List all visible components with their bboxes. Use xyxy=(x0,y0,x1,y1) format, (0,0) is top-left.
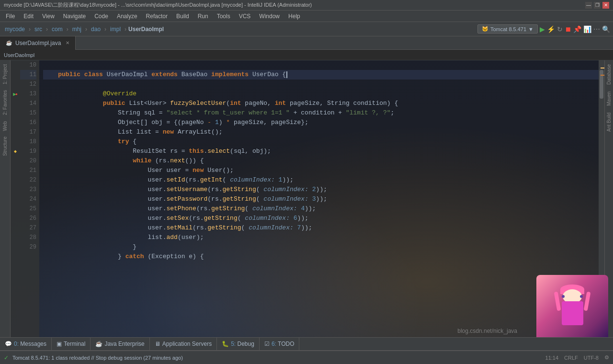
stop-button[interactable]: ⏹ xyxy=(565,25,571,33)
gutter-line-29 xyxy=(11,242,20,252)
code-line-12: @Override xyxy=(43,80,599,89)
code-line-10 xyxy=(43,60,599,70)
tab-close-icon[interactable]: ✕ xyxy=(66,40,69,46)
menu-refactor[interactable]: Refactor xyxy=(142,12,171,21)
menu-view[interactable]: View xyxy=(38,12,58,21)
status-left: ✓ Tomcat 8.5.471: 1 class reloaded // St… xyxy=(4,354,183,361)
line-num-10: 10 xyxy=(20,60,36,70)
nav-userdaoimpl[interactable]: UserDaoImpl xyxy=(128,26,164,33)
tomcat-label: Tomcat 8.5.471 xyxy=(490,26,526,32)
nav-com[interactable]: com xyxy=(50,25,65,34)
gutter-line-16 xyxy=(11,118,20,127)
menu-edit[interactable]: Edit xyxy=(20,12,37,21)
gutter-line-26 xyxy=(11,214,20,223)
code-content[interactable]: public class UserDaoImpl extends BaseDao… xyxy=(39,60,599,337)
bottom-tab-messages-label: 0: Messages xyxy=(14,341,46,347)
sidebar-ant-build[interactable]: Ant Build xyxy=(605,110,613,135)
line-num-29: 29 xyxy=(20,242,36,252)
breakpoint-icon: ● xyxy=(15,92,18,96)
nav-dao[interactable]: dao xyxy=(89,25,102,34)
bottom-tab-app-servers[interactable]: 🖥 Application Servers xyxy=(150,337,217,351)
tab-userdaoimpl[interactable]: ☕ UserDaoImpl.java ✕ xyxy=(0,36,76,50)
breadcrumb-userdaoimpl[interactable]: UserDaoImpl xyxy=(4,52,34,58)
bottom-tab-app-servers-label: Application Servers xyxy=(162,341,212,347)
more-button[interactable]: ⋯ xyxy=(593,25,600,33)
line-num-27: 27 xyxy=(20,223,36,233)
menu-bar: File Edit View Navigate Code Analyze Ref… xyxy=(0,11,613,22)
minimize-button[interactable]: — xyxy=(585,2,592,9)
gutter-line-14 xyxy=(11,99,20,108)
line-num-26: 26 xyxy=(20,214,36,223)
menu-code[interactable]: Code xyxy=(91,12,112,21)
gutter: ▶ ● ◆ xyxy=(11,60,20,337)
sidebar-database[interactable]: Database xyxy=(605,61,613,88)
line-num-16: 16 xyxy=(20,118,36,127)
status-right: 11:14 CRLF UTF-8 ⚙ xyxy=(545,354,609,361)
blog-watermark: blog.csdn.net/nick_java xyxy=(457,328,517,334)
pin-button[interactable]: 📌 xyxy=(573,25,581,33)
menu-tools[interactable]: Tools xyxy=(213,12,234,21)
sidebar-project[interactable]: 1: Project xyxy=(1,62,9,86)
bottom-tab-messages[interactable]: 💬 0: Messages xyxy=(0,337,52,351)
debug-icon: 🐛 xyxy=(222,341,229,347)
menu-build[interactable]: Build xyxy=(172,12,193,21)
scrollbar-thumb[interactable] xyxy=(600,70,603,99)
menu-run[interactable]: Run xyxy=(194,12,212,21)
nav-mycode[interactable]: mycode xyxy=(3,25,27,34)
gutter-line-13: ▶ ● xyxy=(11,89,20,99)
file-breadcrumb: UserDaoImpl xyxy=(0,50,613,60)
line-num-19: 19 xyxy=(20,147,36,156)
gutter-line-19: ◆ xyxy=(11,147,20,156)
nav-src[interactable]: src xyxy=(33,25,44,34)
debug-button[interactable]: ⚡ xyxy=(547,25,555,33)
status-settings-icon[interactable]: ⚙ xyxy=(604,354,609,361)
gutter-line-24 xyxy=(11,194,20,204)
java-enterprise-icon: ☕ xyxy=(95,341,102,347)
status-crlf: CRLF xyxy=(564,355,578,361)
bottom-tab-todo[interactable]: ☑ 6: TODO xyxy=(260,337,300,351)
status-line-col: 11:14 xyxy=(545,355,559,361)
bottom-tab-debug[interactable]: 🐛 5: Debug xyxy=(217,337,260,351)
search-button[interactable]: 🔍 xyxy=(602,25,610,33)
nav-mhj[interactable]: mhj xyxy=(70,25,83,34)
todo-icon: ☑ xyxy=(264,341,270,347)
line-num-13: 13 xyxy=(20,89,36,99)
bottom-tab-terminal[interactable]: ▣ Terminal xyxy=(52,337,91,351)
tab-bar: ☕ UserDaoImpl.java ✕ xyxy=(0,36,613,50)
code-line-11: public class UserDaoImpl extends BaseDao… xyxy=(43,70,599,80)
terminal-icon: ▣ xyxy=(57,341,62,347)
sidebar-maven[interactable]: Maven xyxy=(605,89,613,109)
editor-area: ▶ ● ◆ 10 11 12 13 xyxy=(11,60,604,337)
menu-navigate[interactable]: Navigate xyxy=(59,12,90,21)
coverage-button[interactable]: 📊 xyxy=(583,25,591,33)
close-button[interactable]: ✕ xyxy=(602,2,609,9)
main-layout: 1: Project 2: Favorites Web Structure ▶ … xyxy=(0,60,613,337)
gutter-line-27 xyxy=(11,223,20,233)
gutter-line-10 xyxy=(11,60,20,70)
menu-vcs[interactable]: VCS xyxy=(235,12,255,21)
run-button[interactable]: ▶ xyxy=(540,25,545,33)
line-num-18: 18 xyxy=(20,137,36,147)
left-sidebar: 1: Project 2: Favorites Web Structure xyxy=(0,60,11,337)
line-num-25: 25 xyxy=(20,204,36,214)
maximize-button[interactable]: ❐ xyxy=(594,2,601,9)
reload-button[interactable]: ↻ xyxy=(557,25,563,33)
status-message: Tomcat 8.5.471: 1 class reloaded // Stop… xyxy=(12,355,183,361)
menu-analyze[interactable]: Analyze xyxy=(113,12,141,21)
gutter-line-15 xyxy=(11,108,20,118)
menu-help[interactable]: Help xyxy=(284,12,304,21)
nav-impl[interactable]: impl xyxy=(108,25,123,34)
messages-icon: 💬 xyxy=(5,341,12,347)
tomcat-selector[interactable]: 🐱 Tomcat 8.5.471 ▼ xyxy=(477,24,538,34)
sidebar-web[interactable]: Web xyxy=(1,119,9,133)
line-num-21: 21 xyxy=(20,166,36,175)
menu-window[interactable]: Window xyxy=(255,12,284,21)
line-num-14: 14 xyxy=(20,99,36,108)
line-num-15: 15 xyxy=(20,108,36,118)
bottom-tab-java-enterprise-label: Java Enterprise xyxy=(104,341,144,347)
bottom-tab-java-enterprise[interactable]: ☕ Java Enterprise xyxy=(91,337,149,351)
sidebar-favorites[interactable]: 2: Favorites xyxy=(1,88,9,117)
sidebar-structure[interactable]: Structure xyxy=(1,135,9,158)
window-controls[interactable]: — ❐ ✕ xyxy=(585,2,609,9)
menu-file[interactable]: File xyxy=(2,12,19,21)
